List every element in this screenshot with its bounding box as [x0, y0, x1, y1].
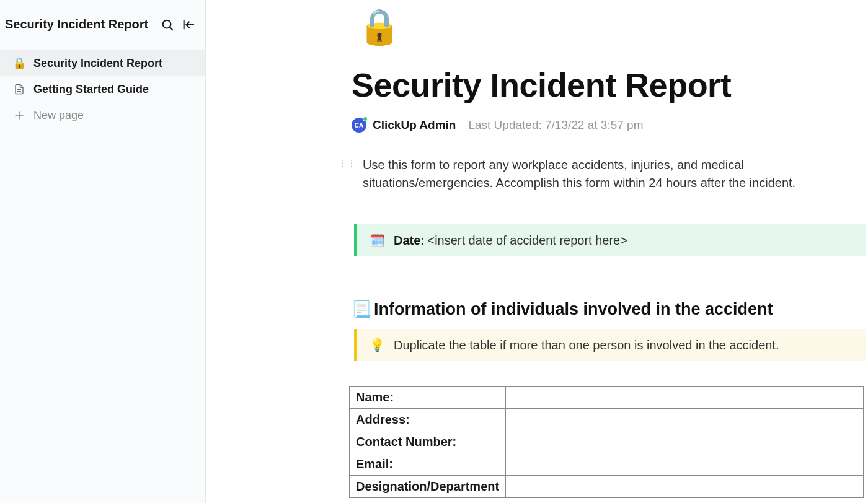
table-label-designation[interactable]: Designation/Department	[350, 476, 506, 498]
search-icon[interactable]	[161, 18, 174, 32]
sidebar-item-label: Security Incident Report	[33, 57, 162, 70]
table-row: Email:	[350, 453, 864, 476]
date-label: Date:	[394, 234, 425, 247]
table-row: Address:	[350, 409, 864, 431]
intro-block[interactable]: ⋮⋮ Use this form to report any workplace…	[338, 156, 866, 192]
workspace-title: Security Incident Report	[5, 17, 148, 32]
sidebar-actions	[161, 18, 195, 32]
last-updated-value: 7/13/22 at 3:57 pm	[545, 118, 643, 131]
sidebar-header: Security Incident Report	[0, 12, 205, 50]
table-label-email[interactable]: Email:	[350, 453, 506, 476]
table-value-designation[interactable]	[506, 476, 864, 498]
online-status-dot	[363, 116, 368, 121]
table-value-name[interactable]	[506, 387, 864, 409]
collapse-sidebar-icon[interactable]	[182, 18, 195, 32]
tip-text: Duplicate the table if more than one per…	[394, 338, 779, 352]
calendar-icon: 🗓️	[370, 233, 385, 248]
table-value-address[interactable]	[506, 409, 864, 431]
last-updated-label: Last Updated:	[468, 118, 541, 131]
table-row: Name:	[350, 387, 864, 409]
table-label-contact[interactable]: Contact Number:	[350, 431, 506, 453]
new-page-label: New page	[33, 109, 84, 122]
date-callout[interactable]: 🗓️ Date: <insert date of accident report…	[354, 224, 866, 256]
page-title[interactable]: Security Incident Report	[352, 66, 866, 104]
page-icon: 📃	[352, 300, 371, 319]
sidebar-item-label: Getting Started Guide	[33, 83, 149, 96]
table-label-address[interactable]: Address:	[350, 409, 506, 431]
last-updated: Last Updated: 7/13/22 at 3:57 pm	[468, 118, 643, 132]
table-label-name[interactable]: Name:	[350, 387, 506, 409]
page-meta-row: CA ClickUp Admin Last Updated: 7/13/22 a…	[352, 118, 866, 133]
date-value[interactable]: <insert date of accident report here>	[427, 234, 627, 247]
section-heading-individuals[interactable]: 📃Information of individuals involved in …	[352, 300, 866, 319]
new-page-button[interactable]: New page	[0, 102, 205, 128]
table-value-contact[interactable]	[506, 431, 864, 453]
author-name: ClickUp Admin	[373, 118, 456, 132]
sidebar-item-getting-started[interactable]: Getting Started Guide	[0, 76, 205, 102]
document-icon	[12, 82, 26, 96]
individuals-table[interactable]: Name: Address: Contact Number: Email: De…	[349, 386, 864, 498]
svg-line-1	[170, 27, 172, 29]
intro-text[interactable]: Use this form to report any workplace ac…	[363, 156, 866, 192]
page-cover-lock-icon: 🔒	[352, 6, 866, 47]
plus-icon	[12, 108, 26, 122]
table-value-email[interactable]	[506, 453, 864, 476]
main-content: 🔒 Security Incident Report CA ClickUp Ad…	[206, 0, 868, 503]
drag-handle-icon[interactable]: ⋮⋮	[338, 160, 356, 167]
tip-callout[interactable]: 💡 Duplicate the table if more than one p…	[354, 329, 866, 361]
table-row: Designation/Department	[350, 476, 864, 498]
section-heading-text: Information of individuals involved in t…	[374, 300, 773, 319]
avatar-initials: CA	[355, 122, 363, 129]
table-row: Contact Number:	[350, 431, 864, 453]
lightbulb-icon: 💡	[370, 338, 385, 352]
sidebar: Security Incident Report 🔒 Security Inci…	[0, 0, 206, 503]
sidebar-item-security-report[interactable]: 🔒 Security Incident Report	[0, 50, 205, 76]
lock-icon: 🔒	[12, 56, 26, 70]
avatar[interactable]: CA	[352, 118, 366, 133]
